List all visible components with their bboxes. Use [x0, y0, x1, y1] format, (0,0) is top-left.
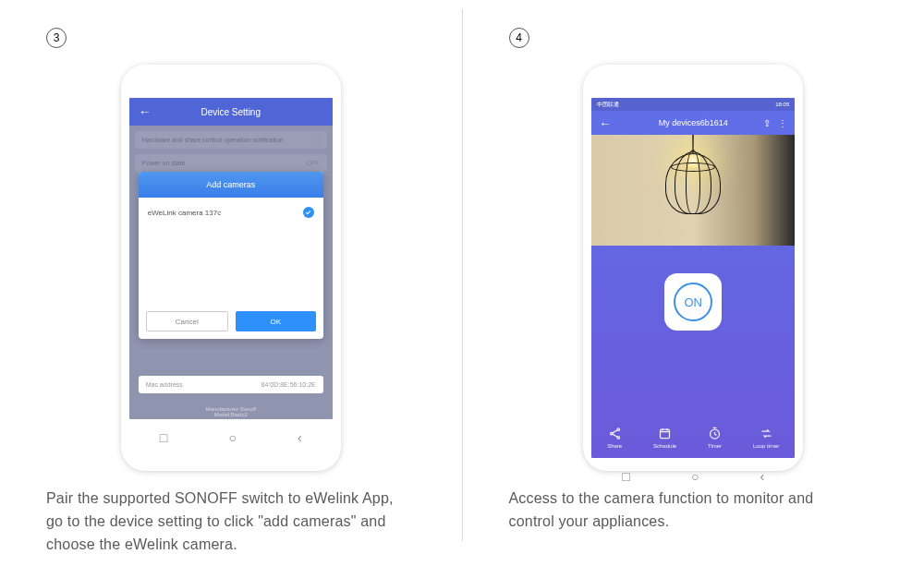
app-bar-icons: ⇪ ⋮ [763, 118, 787, 128]
recent-button[interactable]: □ [160, 430, 167, 445]
home-button[interactable]: ○ [228, 430, 236, 445]
modal-title: Add cameras [139, 172, 323, 198]
step-4-block: 4 中国联通 18:05 ← My devices6b1614 ⇪ ⋮ [463, 0, 925, 578]
svg-point-2 [617, 437, 620, 440]
app-bar: ← Device Setting [129, 98, 333, 126]
device-meta: Manufacturer:Sonoff Model:Basic2 [129, 406, 333, 417]
back-button[interactable]: ‹ [298, 430, 302, 445]
screen-3: ← Device Setting Hardware and share cont… [129, 98, 333, 419]
android-nav: □ ○ ‹ [129, 419, 333, 456]
svg-point-0 [617, 428, 620, 431]
share-icon[interactable]: ⇪ [763, 118, 771, 128]
bottom-toolbar: Share Schedule Timer Loop timer [591, 417, 795, 458]
back-icon[interactable]: ← [599, 116, 611, 130]
app-bar: ← My devices6b1614 ⇪ ⋮ [591, 111, 795, 135]
recent-button[interactable]: □ [622, 469, 629, 484]
modal-footer: Cancel OK [139, 304, 323, 339]
back-button[interactable]: ‹ [760, 469, 765, 484]
step-number-3: 3 [46, 28, 67, 48]
status-bar: 中国联通 18:05 [591, 98, 795, 111]
android-nav: □ ○ ‹ [591, 458, 795, 495]
lamp-cage [665, 148, 721, 214]
home-button[interactable]: ○ [691, 469, 699, 484]
mac-item: Mac address 84:0D:8E:56:10:2E [139, 376, 323, 393]
menu-icon[interactable]: ⋮ [778, 118, 787, 128]
check-icon [303, 207, 314, 218]
modal-body: eWeLink camera 137c [139, 198, 323, 304]
step-3-block: 3 ← Device Setting Hardware and share co… [0, 0, 462, 578]
back-icon[interactable]: ← [139, 104, 152, 119]
svg-rect-3 [661, 429, 670, 438]
camera-label: eWeLink camera 137c [148, 209, 221, 217]
add-cameras-modal: Add cameras eWeLink camera 137c Cancel O… [139, 172, 323, 339]
phone-mockup-3: ← Device Setting Hardware and share cont… [121, 65, 341, 471]
screen-4: 中国联通 18:05 ← My devices6b1614 ⇪ ⋮ [591, 98, 795, 458]
camera-option[interactable]: eWeLink camera 137c [148, 207, 314, 218]
camera-view[interactable] [591, 135, 795, 246]
share-button[interactable]: Share [607, 427, 622, 449]
loop-timer-button[interactable]: Loop timer [753, 427, 779, 449]
cancel-button[interactable]: Cancel [146, 311, 228, 331]
app-bar-title: My devices6b1614 [659, 118, 728, 127]
ok-button[interactable]: OK [236, 311, 316, 331]
power-label: ON [674, 283, 712, 321]
step-number-4: 4 [509, 28, 529, 48]
carrier: 中国联通 [597, 101, 619, 109]
timer-button[interactable]: Timer [708, 427, 722, 449]
phone-mockup-4: 中国联通 18:05 ← My devices6b1614 ⇪ ⋮ [583, 65, 803, 471]
power-button[interactable]: ON [664, 273, 722, 331]
step-3-caption: Pair the supported SONOFF switch to eWel… [46, 488, 397, 556]
svg-point-1 [610, 432, 613, 435]
status-time: 18:05 [775, 102, 789, 107]
app-bar-title: Device Setting [201, 107, 261, 117]
schedule-button[interactable]: Schedule [653, 427, 676, 449]
